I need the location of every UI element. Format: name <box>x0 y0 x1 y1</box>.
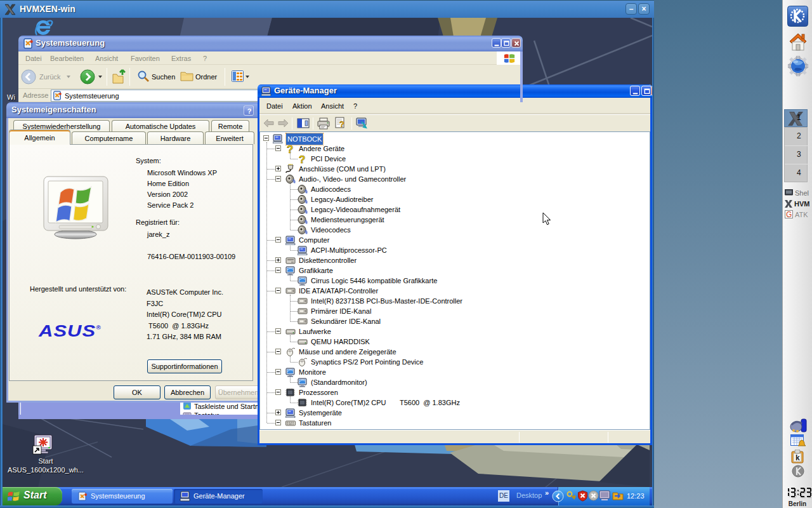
svg-text:G: G <box>786 210 792 218</box>
svg-text:?: ? <box>339 119 344 129</box>
svg-text:k: k <box>796 453 800 462</box>
